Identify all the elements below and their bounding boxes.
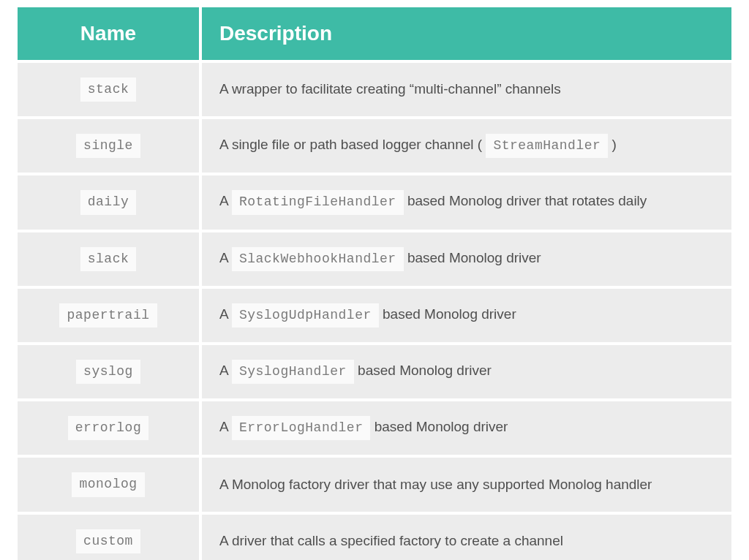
table-row: syslogA SyslogHandler based Monolog driv… [18, 345, 731, 398]
description-text: A driver that calls a specified factory … [219, 533, 563, 548]
row-name-cell: daily [18, 175, 199, 229]
row-description-cell: A SyslogUdpHandler based Monolog driver [202, 289, 731, 342]
description-text: based Monolog driver [404, 250, 541, 265]
table-row: papertrailA SyslogUdpHandler based Monol… [18, 289, 731, 342]
row-name-cell: custom [18, 515, 199, 561]
drivers-table: Name Description stackA wrapper to facil… [15, 4, 734, 560]
row-name-cell: stack [18, 63, 199, 116]
description-text: A [219, 363, 232, 378]
description-text: based Monolog driver [370, 419, 508, 434]
description-text: A [219, 250, 232, 265]
row-name-cell: slack [18, 232, 199, 286]
inline-code: SyslogHandler [232, 360, 354, 384]
description-text: A wrapper to facilitate creating “multi-… [219, 81, 561, 97]
description-text: A [219, 419, 232, 434]
description-text: based Monolog driver [354, 363, 492, 378]
table-row: customA driver that calls a specified fa… [18, 515, 731, 561]
driver-name-code: single [76, 134, 140, 158]
inline-code: ErrorLogHandler [232, 416, 371, 440]
table-row: dailyA RotatingFileHandler based Monolog… [18, 175, 731, 229]
header-name: Name [18, 7, 199, 60]
description-text: based Monolog driver [379, 306, 516, 322]
description-text: ) [608, 137, 617, 152]
driver-name-code: slack [80, 247, 137, 271]
row-description-cell: A single file or path based logger chann… [202, 119, 731, 173]
driver-name-code: errorlog [68, 416, 148, 440]
header-description: Description [202, 7, 731, 60]
table-row: stackA wrapper to facilitate creating “m… [18, 63, 731, 116]
description-text: A [219, 306, 232, 322]
row-name-cell: errorlog [18, 401, 199, 455]
inline-code: RotatingFileHandler [232, 190, 404, 214]
table-row: monologA Monolog factory driver that may… [18, 458, 731, 511]
row-description-cell: A RotatingFileHandler based Monolog driv… [202, 175, 731, 229]
row-name-cell: single [18, 119, 199, 173]
description-text: based Monolog driver that rotates daily [404, 193, 647, 208]
inline-code: SyslogUdpHandler [232, 303, 379, 328]
table-row: slackA SlackWebhookHandler based Monolog… [18, 232, 731, 286]
inline-code: SlackWebhookHandler [232, 247, 404, 271]
row-description-cell: A ErrorLogHandler based Monolog driver [202, 401, 731, 455]
driver-name-code: syslog [76, 360, 140, 384]
driver-name-code: custom [76, 529, 140, 553]
table-row: singleA single file or path based logger… [18, 119, 731, 173]
row-description-cell: A SyslogHandler based Monolog driver [202, 345, 731, 398]
driver-name-code: monolog [72, 472, 144, 496]
table-row: errorlogA ErrorLogHandler based Monolog … [18, 401, 731, 455]
driver-name-code: stack [80, 77, 137, 102]
inline-code: StreamHandler [486, 134, 608, 158]
row-name-cell: papertrail [18, 289, 199, 342]
row-description-cell: A wrapper to facilitate creating “multi-… [202, 63, 731, 116]
row-name-cell: monolog [18, 458, 199, 511]
row-description-cell: A driver that calls a specified factory … [202, 515, 731, 561]
description-text: A single file or path based logger chann… [219, 137, 486, 152]
row-description-cell: A Monolog factory driver that may use an… [202, 458, 731, 511]
row-description-cell: A SlackWebhookHandler based Monolog driv… [202, 232, 731, 286]
driver-name-code: daily [80, 190, 137, 214]
description-text: A [219, 193, 232, 208]
driver-name-code: papertrail [59, 303, 157, 328]
row-name-cell: syslog [18, 345, 199, 398]
description-text: A Monolog factory driver that may use an… [219, 477, 652, 492]
